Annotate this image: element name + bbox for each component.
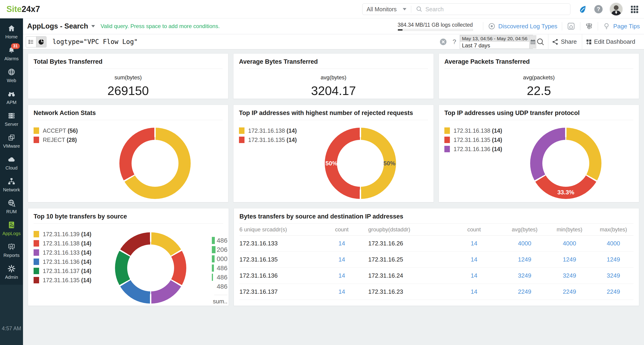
- value-cell[interactable]: 4000: [591, 240, 636, 247]
- strip-bar-row: 486: [213, 236, 228, 245]
- value-cell[interactable]: 4999: [502, 304, 548, 306]
- legend-item[interactable]: 172.31.16.133 (14): [34, 249, 91, 256]
- value-cell[interactable]: 14: [446, 256, 502, 263]
- cloud-icon: [7, 155, 16, 164]
- sidebar-item-label: Server: [5, 122, 18, 127]
- sidebar-item-alarms[interactable]: 31Alarms: [0, 42, 23, 64]
- legend-item[interactable]: 172.31.16.139 (14): [34, 231, 91, 237]
- value-cell[interactable]: 14: [315, 288, 368, 295]
- legend-swatch: [239, 136, 244, 143]
- divider: [34, 120, 223, 120]
- value-cell[interactable]: 3249: [591, 272, 636, 279]
- value-cell[interactable]: 3249: [548, 272, 591, 279]
- table-row: 172.31.16.13714172.31.16.231422492249224…: [240, 284, 634, 300]
- search-submit-icon[interactable]: [536, 38, 545, 46]
- chart-view-button[interactable]: [36, 36, 46, 47]
- whats-new-icon[interactable]: [578, 4, 588, 14]
- sidebar-item-rum[interactable]: RUM: [0, 196, 23, 217]
- column-header: groupby(dstaddr): [368, 226, 446, 233]
- value-cell[interactable]: 4000: [502, 240, 548, 247]
- top10-byte-transfers-donut-chart[interactable]: [115, 232, 186, 304]
- legend-item[interactable]: 172.31.16.135 (14): [444, 136, 502, 143]
- sidebar-item-home[interactable]: Home: [0, 21, 23, 42]
- sidebar-item-server[interactable]: Server: [0, 108, 23, 130]
- query-bar: logtype="VPC Flow Log" ? May 13, 04:56 -…: [23, 34, 644, 50]
- network-action-stats-donut-chart[interactable]: [119, 128, 191, 199]
- value-cell[interactable]: 2249: [548, 288, 591, 295]
- stat-metric-label: avg(bytes): [234, 74, 434, 81]
- value-cell[interactable]: 4000: [548, 240, 591, 247]
- widget-title: Top IP addresses using UDP transfer prot…: [439, 105, 639, 116]
- legend-swatch: [444, 146, 450, 152]
- legend-swatch: [34, 249, 39, 256]
- query-help-icon[interactable]: ?: [453, 38, 456, 46]
- sidebar-item-label: Admin: [5, 274, 18, 280]
- search-input[interactable]: [426, 6, 566, 13]
- value-cell[interactable]: 2249: [502, 288, 548, 295]
- column-header: count: [315, 226, 368, 233]
- list-view-button[interactable]: [26, 36, 36, 47]
- sidebar-item-apm[interactable]: APM: [0, 86, 23, 108]
- page-title[interactable]: AppLogs - Search: [27, 22, 88, 30]
- value-cell[interactable]: 3249: [502, 272, 548, 279]
- stat-value: 3204.17: [234, 84, 434, 98]
- sidebar-item-vmware[interactable]: VMware: [0, 130, 23, 152]
- apps-grid-icon[interactable]: [630, 4, 639, 14]
- legend-swatch: [34, 128, 39, 134]
- sidebar-item-label: Reports: [4, 253, 20, 258]
- value-cell[interactable]: 14: [446, 272, 502, 279]
- value-cell[interactable]: 14: [315, 256, 368, 263]
- column-header: count: [446, 226, 502, 233]
- sidebar-item-web[interactable]: Web: [0, 64, 23, 86]
- value-cell[interactable]: 14: [446, 304, 502, 306]
- page-tips-link[interactable]: Page Tips: [613, 23, 640, 30]
- globe-icon: [7, 68, 16, 76]
- signpost-icon[interactable]: [585, 22, 593, 30]
- clear-query-icon[interactable]: [439, 38, 447, 46]
- legend-item[interactable]: 172.31.16.136 (14): [34, 258, 91, 265]
- legend-item[interactable]: 172.31.16.138 (14): [239, 128, 297, 134]
- help-icon[interactable]: ?: [594, 5, 602, 13]
- legend-item[interactable]: 172.31.16.136 (14): [444, 146, 502, 152]
- date-range-picker[interactable]: May 13, 04:56 - May 20, 04:56 Last 7 day…: [460, 35, 533, 49]
- legend-item[interactable]: 172.31.16.135 (14): [239, 136, 297, 143]
- value-cell[interactable]: 14: [446, 288, 502, 295]
- avatar[interactable]: [610, 2, 623, 16]
- legend-item[interactable]: REJECT (28): [34, 136, 78, 143]
- value-cell[interactable]: 1249: [502, 256, 548, 263]
- sidebar-item-cloud[interactable]: Cloud: [0, 152, 23, 174]
- sidebar-item-applogs[interactable]: AppLogs: [0, 217, 23, 239]
- legend-swatch: [444, 136, 450, 143]
- top-udp-ips-donut-chart[interactable]: 33.3%: [530, 128, 602, 199]
- value-cell[interactable]: 14: [315, 304, 368, 306]
- chevron-down-icon[interactable]: [91, 25, 95, 27]
- query-input[interactable]: logtype="VPC Flow Log": [52, 38, 436, 46]
- value-cell[interactable]: 14: [315, 240, 368, 247]
- legend-item[interactable]: 172.31.16.137 (14): [34, 268, 91, 274]
- legend-item[interactable]: 172.31.16.138 (14): [34, 240, 91, 246]
- site24x7-logo[interactable]: Site24x7: [6, 4, 40, 14]
- value-cell[interactable]: 2249: [591, 288, 636, 295]
- ip-cell: 172.31.16.137: [240, 288, 315, 295]
- top-rejected-ips-donut-chart[interactable]: 50%50%: [325, 128, 396, 199]
- value-cell[interactable]: 14: [446, 240, 502, 247]
- legend-item[interactable]: 172.31.16.135 (14): [34, 277, 91, 283]
- edit-dashboard-button[interactable]: Edit Dashboard: [582, 38, 644, 45]
- subnav: AppLogs - Search Valid query. Press spac…: [23, 18, 644, 34]
- share-button[interactable]: Share: [548, 38, 582, 46]
- legend-item[interactable]: 172.31.16.138 (14): [444, 128, 502, 134]
- sidebar-item-reports[interactable]: Reports: [0, 239, 23, 261]
- ip-cell: 172.31.16.138: [240, 304, 315, 306]
- sidebar-item-admin[interactable]: Admin: [0, 261, 23, 283]
- value-cell[interactable]: 14: [315, 272, 368, 279]
- value-cell[interactable]: 4999: [548, 304, 591, 306]
- monitor-selector[interactable]: All Monitors: [366, 6, 406, 13]
- value-cell[interactable]: 4999: [591, 304, 636, 306]
- home-frame-icon[interactable]: [567, 22, 576, 30]
- legend-item[interactable]: ACCEPT (56): [34, 128, 78, 134]
- value-cell[interactable]: 1249: [548, 256, 591, 263]
- sidebar-item-network[interactable]: Network: [0, 174, 23, 196]
- value-cell[interactable]: 1249: [591, 256, 636, 263]
- discovered-log-types-link[interactable]: Discovered Log Types: [498, 23, 558, 30]
- legend-label: 172.31.16.138 (14): [454, 128, 502, 134]
